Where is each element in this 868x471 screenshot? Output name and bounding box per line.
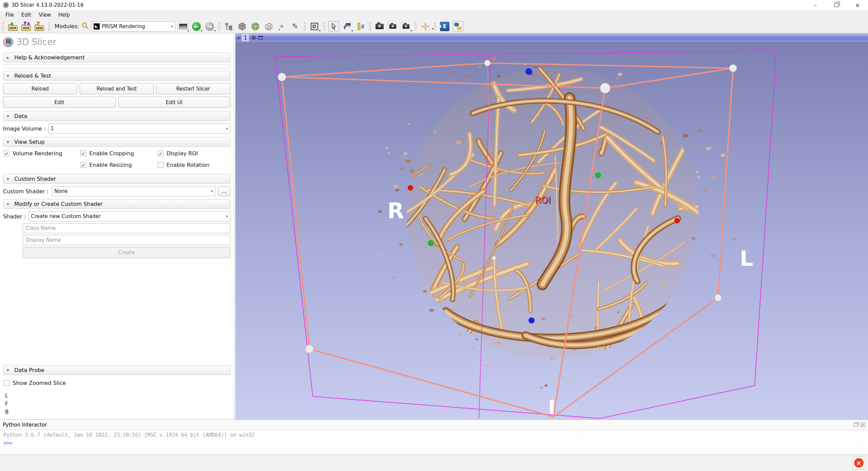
- threed-viewport[interactable]: ROI ROI R L I: [235, 42, 868, 419]
- close-button[interactable]: ×: [847, 0, 868, 10]
- section-data[interactable]: ▾ Data: [3, 111, 230, 121]
- reload-button[interactable]: Reload: [3, 83, 77, 94]
- toolbar-drag-handle[interactable]: [48, 22, 50, 31]
- restart-slicer-button[interactable]: Restart Slicer: [156, 83, 230, 94]
- menu-edit[interactable]: Edit: [18, 11, 35, 19]
- image-volume-combobox[interactable]: 1 ▾: [48, 123, 230, 134]
- save-button[interactable]: ▼SAVE: [34, 21, 45, 32]
- slicer-app-icon: [3, 2, 9, 8]
- scene-view-button[interactable]: ∴: [387, 21, 398, 32]
- pin-arrow-icon[interactable]: ◄: [237, 36, 239, 40]
- checkbox-enable-rotation[interactable]: Enable Rotation: [158, 162, 210, 168]
- checkbox-enable-cropping[interactable]: ✓ Enable Cropping: [80, 150, 134, 157]
- toolbar-drag-handle[interactable]: [434, 22, 436, 31]
- view-options-gear-icon[interactable]: [251, 35, 256, 40]
- display-name-field[interactable]: [23, 235, 230, 245]
- ruler-button[interactable]: [355, 21, 366, 32]
- create-button[interactable]: Create: [23, 247, 230, 258]
- chevron-right-icon: ▸: [7, 55, 10, 60]
- probe-row-b: B: [5, 408, 230, 416]
- transforms-button[interactable]: [263, 21, 274, 32]
- maximize-view-icon[interactable]: [258, 36, 263, 40]
- toolbar-drag-handle[interactable]: [415, 22, 417, 31]
- place-markup-button[interactable]: ▾: [342, 21, 352, 32]
- crosshair-button[interactable]: ▾: [420, 21, 431, 32]
- history-back-button[interactable]: ← ▾: [191, 21, 202, 32]
- checkbox-enable-resizing[interactable]: ✓ Enable Resizing: [80, 162, 132, 168]
- module-panel-title: 3D Slicer: [17, 37, 56, 47]
- image-volume-label: Image Volume :: [3, 125, 45, 132]
- volume-rendering-sphere-button[interactable]: [250, 21, 261, 32]
- reload-and-test-button[interactable]: Reload and Test: [80, 83, 154, 94]
- section-modify-custom-shader[interactable]: ▾ Modify or Create Custom Shader: [3, 199, 230, 209]
- toolbar-drag-handle[interactable]: [2, 22, 4, 31]
- minimize-button[interactable]: –: [805, 0, 826, 10]
- close-panel-icon[interactable]: ×: [861, 423, 865, 427]
- checkbox-volume-rendering[interactable]: ✓ Volume Rendering: [4, 150, 62, 157]
- scene-view-add-button[interactable]: ∴ ▾: [401, 21, 411, 32]
- section-help-acknowledgement[interactable]: ▸ Help & Acknowledgement: [3, 53, 230, 62]
- shader-value: Create new Custom Shader: [31, 213, 101, 219]
- checkbox-box: [4, 380, 9, 386]
- view-setup-options: ✓ Volume Rendering ✓ Enable Cropping ✓ D…: [3, 150, 230, 171]
- restore-button[interactable]: [826, 0, 847, 10]
- scene-marks-icon: ∴: [387, 22, 389, 25]
- chevron-down-icon: ▾: [7, 176, 10, 181]
- pencil-icon: ✎: [292, 22, 298, 31]
- checkbox-display-roi[interactable]: ✓ Display ROI: [158, 150, 198, 157]
- class-name-field[interactable]: [23, 223, 230, 233]
- probe-row-l: L: [5, 392, 230, 400]
- python-console[interactable]: Python 3.6.7 (default, Jan 16 2022, 23:2…: [0, 430, 868, 455]
- checkbox-show-zoomed-slice[interactable]: Show Zoomed Slice: [4, 380, 230, 386]
- chevron-down-icon: ▾: [7, 201, 10, 207]
- undock-panel-icon[interactable]: [854, 423, 858, 427]
- image-volume-value: 1: [51, 125, 54, 132]
- checkbox-box: ✓: [4, 151, 9, 156]
- chevron-down-icon: ▾: [201, 29, 202, 33]
- chevron-down-icon: ▾: [7, 368, 10, 373]
- capture-view-button[interactable]: [374, 21, 385, 32]
- error-log-button[interactable]: ×: [852, 456, 865, 469]
- python-console-button[interactable]: [452, 21, 463, 32]
- layout-selector-button[interactable]: ▾: [178, 21, 189, 32]
- data-probe-readout: L F B: [5, 392, 230, 416]
- annotations-button[interactable]: ✎: [290, 21, 301, 32]
- toolbar-drag-handle[interactable]: [323, 22, 325, 31]
- toolbar-drag-handle[interactable]: [304, 22, 306, 31]
- section-reload-test[interactable]: ▾ Reload & Test: [3, 71, 230, 81]
- history-forward-button[interactable]: → ▾: [204, 21, 215, 32]
- section-title: Data: [14, 113, 27, 119]
- edit-button[interactable]: Edit: [3, 97, 116, 108]
- custom-shader-label: Custom Shader :: [3, 188, 49, 195]
- camera-icon: [375, 24, 384, 29]
- edit-ui-button[interactable]: Edit UI: [118, 97, 231, 108]
- load-dicom-button[interactable]: ▼▲DCM: [21, 21, 32, 32]
- extensions-icon: E: [440, 22, 449, 31]
- toolbar-drag-handle[interactable]: [218, 22, 220, 31]
- custom-shader-more-button[interactable]: ...: [218, 186, 230, 196]
- shader-combobox[interactable]: Create new Custom Shader ▾: [28, 211, 230, 221]
- section-data-probe[interactable]: ▾ Data Probe: [3, 365, 230, 375]
- load-data-button[interactable]: ▲DATA: [7, 21, 18, 32]
- extensions-manager-button[interactable]: E: [439, 21, 450, 32]
- menu-view[interactable]: View: [35, 11, 54, 19]
- markups-button[interactable]: ✳ ✳: [276, 21, 287, 32]
- module-search-icon[interactable]: [81, 22, 89, 31]
- python-prompt: >>>: [3, 440, 865, 446]
- menu-file[interactable]: File: [2, 11, 17, 19]
- folder-icon: DATA: [8, 25, 18, 31]
- section-custom-shader[interactable]: ▾ Custom Shader: [3, 174, 230, 184]
- section-view-setup[interactable]: ▾ View Setup: [3, 137, 230, 147]
- checkbox-box: ✓: [80, 162, 86, 168]
- custom-shader-value: None: [54, 188, 67, 194]
- restore-icon: [834, 3, 838, 7]
- section-title: Help & Acknowledgement: [14, 54, 84, 61]
- mouse-interaction-button[interactable]: [328, 21, 339, 32]
- toolbar-drag-handle[interactable]: [369, 22, 371, 31]
- module-selector-combobox[interactable]: PRISM Rendering ▾: [91, 21, 175, 32]
- subject-hierarchy-button[interactable]: [224, 21, 234, 32]
- screenshot-button[interactable]: ▾: [309, 21, 320, 32]
- custom-shader-combobox[interactable]: None ▾: [52, 186, 215, 196]
- menu-help[interactable]: Help: [55, 11, 73, 19]
- volumes-cube-button[interactable]: [237, 21, 248, 32]
